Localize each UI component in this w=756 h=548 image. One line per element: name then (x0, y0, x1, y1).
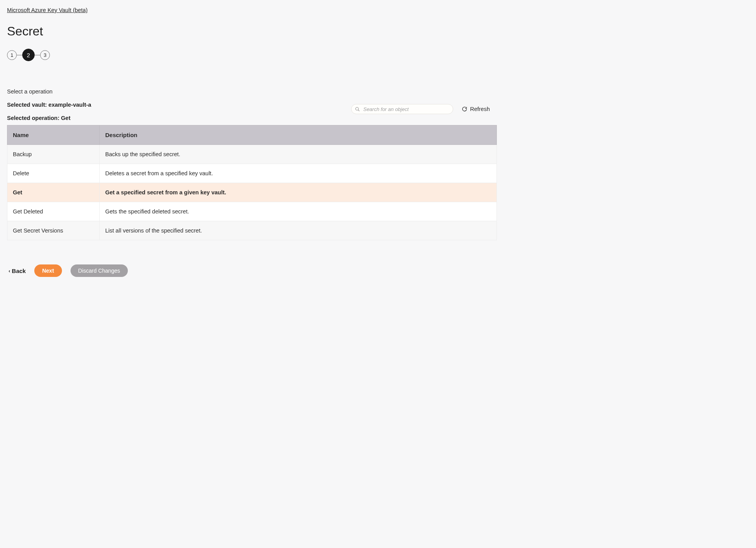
step-3[interactable]: 3 (40, 50, 50, 60)
breadcrumb-link[interactable]: Microsoft Azure Key Vault (beta) (7, 7, 88, 13)
operation-name-cell: Get (7, 183, 100, 202)
search-field-wrap (351, 104, 453, 114)
search-icon (355, 107, 360, 111)
svg-point-0 (356, 107, 359, 111)
operation-name-cell: Get Secret Versions (7, 221, 100, 240)
table-row[interactable]: Get DeletedGets the specified deleted se… (7, 202, 497, 221)
footer-actions: ‹ Back Next Discard Changes (7, 264, 497, 277)
refresh-button[interactable]: Refresh (462, 106, 490, 112)
operation-name-cell: Backup (7, 145, 100, 164)
wizard-stepper: 1 2 3 (7, 49, 497, 61)
step-1[interactable]: 1 (7, 50, 17, 60)
select-operation-label: Select a operation (7, 88, 497, 95)
refresh-label: Refresh (470, 106, 490, 112)
next-button[interactable]: Next (34, 264, 62, 277)
discard-changes-button[interactable]: Discard Changes (71, 264, 128, 277)
selected-operation-text: Selected operation: Get (7, 115, 497, 121)
step-2[interactable]: 2 (22, 49, 35, 61)
back-label: Back (12, 268, 26, 274)
svg-line-1 (358, 110, 359, 111)
back-button[interactable]: ‹ Back (9, 268, 26, 274)
operations-table: Name Description BackupBacks up the spec… (7, 125, 497, 240)
col-header-description: Description (100, 125, 497, 145)
page-title: Secret (7, 24, 497, 39)
operation-name-cell: Delete (7, 164, 100, 183)
operation-description-cell: Deletes a secret from a specified key va… (100, 164, 497, 183)
table-row[interactable]: Get Secret VersionsList all versions of … (7, 221, 497, 240)
operation-description-cell: Get a specified secret from a given key … (100, 183, 497, 202)
operation-description-cell: List all versions of the specified secre… (100, 221, 497, 240)
operation-name-cell: Get Deleted (7, 202, 100, 221)
chevron-left-icon: ‹ (9, 268, 10, 273)
step-connector (35, 55, 40, 55)
refresh-icon (462, 106, 467, 112)
table-row[interactable]: GetGet a specified secret from a given k… (7, 183, 497, 202)
operation-description-cell: Backs up the specified secret. (100, 145, 497, 164)
operation-description-cell: Gets the specified deleted secret. (100, 202, 497, 221)
table-row[interactable]: DeleteDeletes a secret from a specified … (7, 164, 497, 183)
table-row[interactable]: BackupBacks up the specified secret. (7, 145, 497, 164)
search-input[interactable] (351, 104, 453, 114)
step-connector (17, 55, 22, 55)
col-header-name: Name (7, 125, 100, 145)
